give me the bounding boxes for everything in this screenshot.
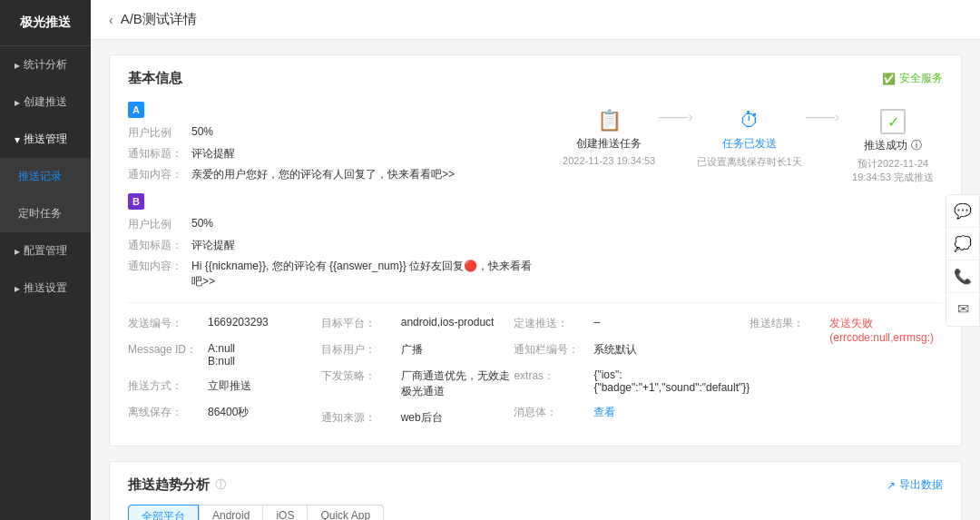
export-button[interactable]: ↗ 导出数据 (887, 477, 943, 493)
sidebar: 极光推送 ▸ 统计分析 ▸ 创建推送 ▾ 推送管理 推送记录 定时任务 ▸ 配置… (0, 0, 91, 520)
chat-button[interactable]: 💬 (946, 195, 979, 228)
push-success-sublabel: 预计2022-11-24 19:34:53 完成推送 (843, 157, 943, 184)
create-task-label: 创建推送任务 (576, 136, 642, 152)
sidebar-logo: 极光推送 (0, 0, 91, 46)
delivery-strategy-row: 下发策略： 厂商通道优先，无效走极光通道 (321, 368, 514, 399)
back-button[interactable]: ‹ (109, 13, 113, 27)
message-button[interactable]: 💭 (946, 228, 979, 260)
sidebar-item-push-mgmt[interactable]: ▾ 推送管理 (0, 121, 91, 158)
notify-channel-row: 通知栏编号： 系统默认 (514, 342, 750, 358)
push-success-icon: ✓ (880, 109, 906, 134)
trends-title: 推送趋势分析 ⓘ (128, 476, 226, 494)
sidebar-item-config-mgmt[interactable]: ▸ 配置管理 (0, 232, 91, 270)
content-area: 基本信息 ✅ 安全服务 A 用户比例 50% (91, 40, 980, 520)
task-sent-label: 任务已发送 (722, 136, 777, 152)
chevron-right-icon: ▸ (15, 59, 20, 72)
push-success-label: 推送成功 ⓘ (864, 138, 921, 153)
group-b-section: B 用户比例 50% 通知标题： 评论提醒 通知内容： Hi {{nicknam… (128, 193, 541, 289)
detail-col-2: 目标平台： android,ios-product 目标用户： 广播 下发策略：… (321, 316, 514, 431)
arrow-icon-2: ——› (806, 109, 839, 125)
shield-icon: ✅ (882, 73, 896, 85)
trends-header: 推送趋势分析 ⓘ ↗ 导出数据 (128, 476, 943, 494)
task-sent-icon: ⏱ (740, 109, 760, 132)
timeline-step-create: 📋 创建推送任务 2022-11-23 19:34:53 (563, 109, 655, 166)
back-arrow-icon: ‹ (109, 13, 113, 27)
info-icon: ⓘ (215, 477, 226, 493)
group-b-notify-content: 通知内容： Hi {{nickname}}, 您的评论有 {{answer_nu… (128, 259, 541, 289)
tab-quickapp[interactable]: Quick App (308, 505, 384, 520)
arrow-icon-1: ——› (659, 109, 692, 125)
group-a-notify-content: 通知内容： 亲爱的用户您好，您的评论有人回复了，快来看看吧>> (128, 167, 541, 182)
send-id-row: 发送编号： 1669203293 (128, 316, 321, 331)
chevron-down-icon: ▾ (15, 133, 20, 146)
timeline-step-sent: ⏱ 任务已发送 已设置离线保存时长1天 (697, 109, 802, 169)
message-body-link[interactable]: 查看 (593, 405, 615, 420)
group-a-user-ratio: 用户比例 50% (128, 125, 541, 141)
chevron-right-icon: ▸ (15, 245, 20, 258)
message-body-row: 消息体： 查看 (514, 405, 750, 420)
group-b-user-ratio: 用户比例 50% (128, 217, 541, 232)
sidebar-item-push-record[interactable]: 推送记录 (0, 158, 91, 195)
timeline-step-success: ✓ 推送成功 ⓘ 预计2022-11-24 19:34:53 完成推送 (843, 109, 943, 184)
scheduled-push-row: 定速推送： – (514, 316, 750, 331)
chevron-right-icon: ▸ (15, 282, 20, 295)
export-icon: ↗ (887, 479, 896, 492)
platform-tab-bar: 全部平台 Android iOS Quick App (128, 505, 943, 520)
right-action-panel: 💬 💭 📞 ✉ (946, 194, 980, 327)
task-sent-sublabel: 已设置离线保存时长1天 (697, 155, 802, 169)
trends-card: 推送趋势分析 ⓘ ↗ 导出数据 全部平台 Android iOS Quick A… (109, 461, 962, 520)
group-a-section: A 用户比例 50% 通知标题： 评论提醒 通知内容： 亲爱的用户您好，您的评论… (128, 102, 541, 182)
message-id-row: Message ID： A:null B:null (128, 342, 321, 368)
offline-save-row: 离线保存： 86400秒 (128, 405, 321, 420)
group-a-label: A (128, 102, 144, 118)
sidebar-item-create[interactable]: ▸ 创建推送 (0, 83, 91, 121)
tab-android[interactable]: Android (199, 505, 263, 520)
detail-col-1: 发送编号： 1669203293 Message ID： A:null B:nu… (128, 316, 321, 431)
tab-ios[interactable]: iOS (263, 505, 308, 520)
group-b-label: B (128, 193, 144, 210)
chevron-right-icon: ▸ (15, 96, 20, 109)
basic-info-card: 基本信息 ✅ 安全服务 A 用户比例 50% (109, 54, 962, 446)
basic-info-title: 基本信息 (128, 70, 182, 87)
page-title: A/B测试详情 (121, 11, 197, 28)
push-method-row: 推送方式： 立即推送 (128, 378, 321, 394)
notify-source-row: 通知来源： web后台 (321, 410, 514, 426)
detail-fields: 发送编号： 1669203293 Message ID： A:null B:nu… (128, 302, 943, 431)
sidebar-item-timed-task[interactable]: 定时任务 (0, 195, 91, 232)
target-platform-row: 目标平台： android,ios-product (321, 316, 514, 331)
create-task-time: 2022-11-23 19:34:53 (563, 155, 655, 166)
card-header: 基本信息 ✅ 安全服务 (128, 70, 943, 87)
create-task-icon: 📋 (597, 109, 622, 132)
extras-row: extras： {"ios":{"badge":"+1","sound":"de… (514, 368, 750, 394)
safe-service-label: ✅ 安全服务 (882, 71, 943, 86)
group-b-notify-title: 通知标题： 评论提醒 (128, 238, 541, 253)
sidebar-item-push-settings[interactable]: ▸ 推送设置 (0, 270, 91, 307)
sidebar-item-stats[interactable]: ▸ 统计分析 (0, 46, 91, 83)
target-users-row: 目标用户： 广播 (321, 342, 514, 358)
timeline: 📋 创建推送任务 2022-11-23 19:34:53 ——› ⏱ 任务已发送… (563, 109, 943, 184)
mail-button[interactable]: ✉ (946, 293, 979, 326)
tab-all-platform[interactable]: 全部平台 (128, 505, 199, 520)
detail-col-3: 定速推送： – 通知栏编号： 系统默认 extras： {"ios":{"bad… (514, 316, 750, 431)
ab-info-container: A 用户比例 50% 通知标题： 评论提醒 通知内容： 亲爱的用户您好，您的评论… (128, 102, 541, 295)
main-content: ‹ A/B测试详情 基本信息 ✅ 安全服务 A (91, 0, 980, 520)
detail-col-4: 推送结果： 发送失败(errcode:null,errmsg:) (750, 316, 943, 431)
page-header: ‹ A/B测试详情 (91, 0, 980, 40)
group-a-notify-title: 通知标题： 评论提醒 (128, 146, 541, 162)
phone-button[interactable]: 📞 (946, 260, 979, 293)
push-result-row: 推送结果： 发送失败(errcode:null,errmsg:) (750, 316, 943, 344)
